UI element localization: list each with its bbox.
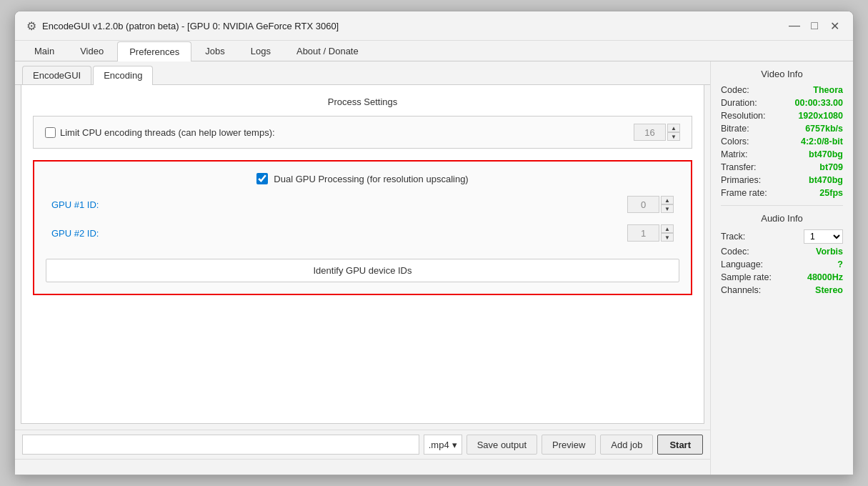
- video-info-value: bt470bg: [809, 175, 843, 185]
- video-info-row: Frame rate:25fps: [721, 188, 843, 198]
- tab-bar: Main Video Preferences Jobs Logs About /…: [15, 41, 853, 61]
- track-select[interactable]: 1: [804, 229, 843, 244]
- process-settings-title: Process Settings: [33, 96, 692, 107]
- dual-gpu-checkbox[interactable]: [256, 173, 268, 184]
- tab-logs[interactable]: Logs: [239, 41, 283, 61]
- gpu2-row: GPU #2 ID: ▲ ▼: [46, 224, 679, 242]
- audio-info-rows: Codec:VorbisLanguage:?Sample rate:48000H…: [721, 247, 843, 295]
- audio-info-label: Sample rate:: [721, 272, 772, 282]
- gpu1-row: GPU #1 ID: ▲ ▼: [46, 196, 679, 213]
- info-divider: [721, 205, 843, 206]
- audio-info-value: ?: [837, 259, 843, 269]
- video-info-value: Theora: [813, 85, 843, 95]
- video-info-value: 6757kb/s: [805, 124, 843, 134]
- identify-gpu-button[interactable]: Identify GPU device IDs: [46, 259, 679, 282]
- window-title: EncodeGUI v1.2.0b (patron beta) - [GPU 0…: [42, 21, 339, 31]
- gpu1-down[interactable]: ▼: [661, 204, 674, 213]
- video-info-value: 25fps: [819, 188, 843, 198]
- video-info-label: Codec:: [721, 85, 749, 95]
- minimize-button[interactable]: —: [787, 19, 802, 33]
- tab-main[interactable]: Main: [22, 41, 66, 61]
- tab-about[interactable]: About / Donate: [284, 41, 371, 61]
- video-info-row: Codec:Theora: [721, 85, 843, 95]
- video-info-value: 00:00:33.00: [795, 98, 843, 108]
- audio-info-row: Channels:Stereo: [721, 285, 843, 295]
- video-info-row: Bitrate:6757kb/s: [721, 124, 843, 134]
- video-info-row: Transfer:bt709: [721, 162, 843, 172]
- title-bar-left: ⚙ EncodeGUI v1.2.0b (patron beta) - [GPU…: [26, 19, 339, 33]
- video-info-value: bt470bg: [809, 149, 843, 159]
- dual-gpu-box: Dual GPU Processing (for resolution upsc…: [33, 160, 692, 295]
- thread-count-buttons: ▲ ▼: [667, 124, 680, 141]
- audio-info-value: Stereo: [815, 285, 843, 295]
- main-window: ⚙ EncodeGUI v1.2.0b (patron beta) - [GPU…: [14, 11, 854, 475]
- video-info-row: Matrix:bt470bg: [721, 149, 843, 159]
- add-job-button[interactable]: Add job: [600, 435, 653, 455]
- right-panel: Video Info Codec:TheoraDuration:00:00:33…: [710, 61, 853, 475]
- video-info-label: Resolution:: [721, 111, 766, 121]
- app-icon: ⚙: [26, 19, 36, 33]
- chevron-down-icon: ▾: [452, 440, 457, 450]
- audio-info-label: Channels:: [721, 285, 761, 295]
- video-info-label: Colors:: [721, 137, 749, 147]
- video-info-value: 4:2:0/8-bit: [801, 137, 843, 147]
- dual-gpu-label[interactable]: Dual GPU Processing (for resolution upsc…: [274, 174, 468, 184]
- title-controls: — □ ✕: [787, 19, 842, 33]
- tab-video[interactable]: Video: [68, 41, 116, 61]
- start-button[interactable]: Start: [657, 435, 703, 455]
- video-info-label: Bitrate:: [721, 124, 749, 134]
- format-label: .mp4: [429, 440, 449, 450]
- content-area: EncodeGUI Encoding Process Settings Limi…: [15, 61, 853, 475]
- gpu1-spinbox[interactable]: ▲ ▼: [627, 196, 674, 213]
- video-info-row: Primaries:bt470bg: [721, 175, 843, 185]
- track-label: Track:: [721, 232, 745, 242]
- gpu2-input[interactable]: [627, 224, 659, 242]
- thread-count-spinbox[interactable]: ▲ ▼: [634, 124, 680, 141]
- save-output-button[interactable]: Save output: [467, 435, 537, 455]
- gpu2-up[interactable]: ▲: [661, 224, 674, 233]
- thread-count-down[interactable]: ▼: [667, 132, 680, 141]
- video-info-row: Duration:00:00:33.00: [721, 98, 843, 108]
- video-info-label: Matrix:: [721, 149, 748, 159]
- video-info-row: Resolution:1920x1080: [721, 111, 843, 121]
- tab-preferences[interactable]: Preferences: [117, 41, 191, 61]
- video-info-rows: Codec:TheoraDuration:00:00:33.00Resoluti…: [721, 85, 843, 198]
- audio-info-value: Vorbis: [816, 247, 843, 257]
- thread-count-up[interactable]: ▲: [667, 124, 680, 132]
- video-info-row: Colors:4:2:0/8-bit: [721, 137, 843, 147]
- status-bar: [15, 459, 710, 475]
- audio-info-label: Language:: [721, 259, 763, 269]
- bottom-bar: .mp4 ▾ Save output Preview Add job Start: [15, 430, 710, 459]
- gpu1-up[interactable]: ▲: [661, 196, 674, 204]
- dual-gpu-header: Dual GPU Processing (for resolution upsc…: [46, 173, 679, 184]
- audio-info-label: Codec:: [721, 247, 749, 257]
- thread-count-input[interactable]: [634, 124, 666, 141]
- gpu2-buttons: ▲ ▼: [661, 224, 674, 242]
- panel-content: Process Settings Limit CPU encoding thre…: [21, 85, 704, 424]
- gpu1-input[interactable]: [627, 196, 659, 213]
- gpu1-label: GPU #1 ID:: [51, 199, 99, 210]
- audio-info-value: 48000Hz: [807, 272, 843, 282]
- gpu2-down[interactable]: ▼: [661, 233, 674, 242]
- video-info-label: Transfer:: [721, 162, 757, 172]
- sub-tab-encoding[interactable]: Encoding: [93, 66, 153, 85]
- close-button[interactable]: ✕: [827, 19, 842, 33]
- title-bar: ⚙ EncodeGUI v1.2.0b (patron beta) - [GPU…: [15, 11, 853, 41]
- audio-info-row: Language:?: [721, 259, 843, 269]
- video-info-value: bt709: [819, 162, 843, 172]
- sub-tab-encodegui[interactable]: EncodeGUI: [22, 66, 91, 84]
- format-select[interactable]: .mp4 ▾: [424, 435, 462, 455]
- process-settings-box: Limit CPU encoding threads (can help low…: [33, 116, 692, 149]
- limit-cpu-checkbox[interactable]: [45, 127, 56, 138]
- tab-jobs[interactable]: Jobs: [193, 41, 236, 61]
- video-info-label: Duration:: [721, 98, 757, 108]
- gpu2-spinbox[interactable]: ▲ ▼: [627, 224, 674, 242]
- audio-track-row: Track: 1: [721, 229, 843, 244]
- maximize-button[interactable]: □: [807, 19, 822, 33]
- preview-button[interactable]: Preview: [542, 435, 596, 455]
- gpu1-buttons: ▲ ▼: [661, 196, 674, 213]
- audio-info-title: Audio Info: [721, 213, 843, 224]
- gpu2-label: GPU #2 ID:: [51, 228, 99, 239]
- limit-cpu-label[interactable]: Limit CPU encoding threads (can help low…: [45, 127, 275, 138]
- output-path-input[interactable]: [22, 435, 419, 455]
